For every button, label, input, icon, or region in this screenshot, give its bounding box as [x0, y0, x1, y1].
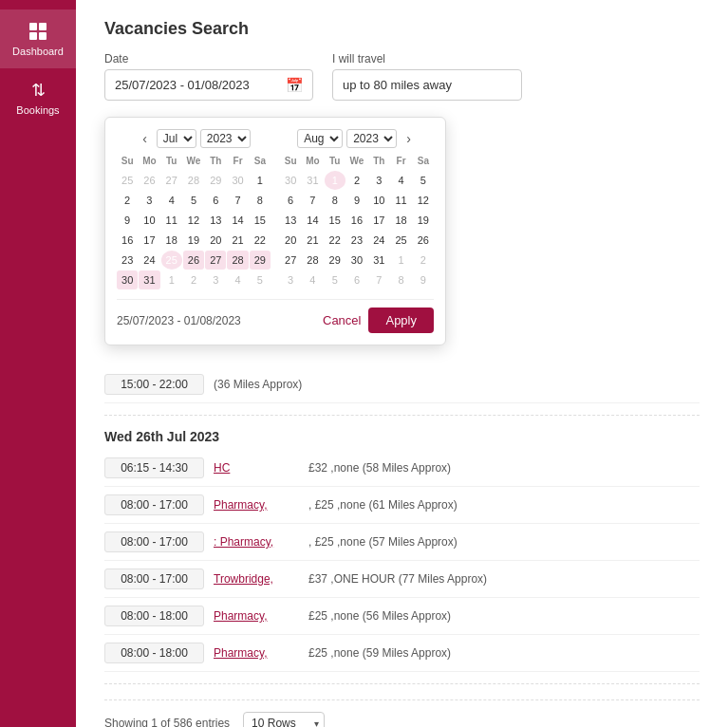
vacancy-org-link[interactable]: Trowbridge,: [214, 572, 299, 586]
vacancy-org-link[interactable]: Pharmacy,: [214, 646, 299, 660]
calendar-day[interactable]: 1: [250, 171, 271, 190]
calendar-day[interactable]: 21: [227, 231, 248, 250]
calendar-day[interactable]: 9: [413, 270, 434, 289]
travel-input[interactable]: [332, 69, 522, 101]
calendar-day[interactable]: 5: [183, 191, 204, 210]
cancel-button[interactable]: Cancel: [323, 313, 361, 327]
calendar-day[interactable]: 25: [390, 231, 411, 250]
calendar-day[interactable]: 27: [161, 171, 182, 190]
calendar-day[interactable]: 23: [117, 251, 138, 270]
calendar-day[interactable]: 29: [205, 171, 226, 190]
calendar-day[interactable]: 4: [390, 171, 411, 190]
vacancy-org-link[interactable]: Pharmacy,: [214, 609, 299, 623]
calendar-day[interactable]: 8: [325, 191, 345, 210]
calendar-day[interactable]: 28: [302, 251, 323, 270]
calendar-day[interactable]: 31: [139, 270, 159, 289]
calendar-day[interactable]: 3: [139, 191, 159, 210]
calendar-day[interactable]: 26: [413, 231, 434, 250]
apply-button[interactable]: Apply: [368, 308, 434, 333]
calendar-day[interactable]: 9: [117, 211, 138, 230]
calendar-day[interactable]: 15: [325, 211, 345, 230]
calendar-day[interactable]: 5: [250, 270, 271, 289]
calendar-day[interactable]: 6: [205, 191, 226, 210]
calendar-day[interactable]: 3: [368, 171, 389, 190]
calendar-day[interactable]: 30: [280, 171, 301, 190]
calendar-day[interactable]: 2: [413, 251, 434, 270]
right-month-select[interactable]: Aug: [297, 129, 343, 148]
calendar-day[interactable]: 17: [368, 211, 389, 230]
calendar-day[interactable]: 27: [280, 251, 301, 270]
calendar-day[interactable]: 13: [205, 211, 226, 230]
calendar-day[interactable]: 11: [161, 211, 182, 230]
left-year-select[interactable]: 2023: [200, 129, 251, 148]
calendar-day[interactable]: 5: [413, 171, 434, 190]
calendar-day[interactable]: 30: [227, 171, 248, 190]
calendar-day[interactable]: 23: [346, 231, 367, 250]
calendar-day[interactable]: 6: [280, 191, 301, 210]
calendar-day[interactable]: 11: [390, 191, 411, 210]
calendar-day[interactable]: 3: [205, 270, 226, 289]
calendar-day[interactable]: 7: [227, 191, 248, 210]
calendar-day[interactable]: 31: [368, 251, 389, 270]
calendar-day[interactable]: 17: [139, 231, 159, 250]
calendar-day[interactable]: 6: [346, 270, 367, 289]
calendar-day[interactable]: 15: [250, 211, 271, 230]
calendar-day[interactable]: 4: [227, 270, 248, 289]
calendar-day[interactable]: 31: [302, 171, 323, 190]
calendar-day[interactable]: 28: [183, 171, 204, 190]
calendar-day[interactable]: 3: [280, 270, 301, 289]
calendar-day[interactable]: 29: [325, 251, 345, 270]
calendar-day[interactable]: 26: [183, 251, 204, 270]
vacancy-org-link[interactable]: : Pharmacy,: [214, 535, 299, 549]
calendar-day[interactable]: 2: [183, 270, 204, 289]
calendar-day[interactable]: 25: [117, 171, 138, 190]
vacancy-org-link[interactable]: HC: [214, 461, 299, 475]
calendar-day[interactable]: 12: [183, 211, 204, 230]
calendar-day[interactable]: 7: [302, 191, 323, 210]
calendar-day[interactable]: 19: [183, 231, 204, 250]
calendar-day[interactable]: 1: [390, 251, 411, 270]
calendar-day[interactable]: 26: [139, 171, 159, 190]
calendar-day[interactable]: 12: [413, 191, 434, 210]
prev-month-button[interactable]: ‹: [137, 129, 153, 148]
calendar-day[interactable]: 4: [161, 191, 182, 210]
calendar-day[interactable]: 10: [139, 211, 159, 230]
calendar-day[interactable]: 28: [227, 251, 248, 270]
calendar-day[interactable]: 22: [325, 231, 345, 250]
calendar-day[interactable]: 29: [250, 251, 271, 270]
calendar-day[interactable]: 4: [302, 270, 323, 289]
next-month-button[interactable]: ›: [401, 129, 417, 148]
calendar-day[interactable]: 2: [117, 191, 138, 210]
calendar-day[interactable]: 13: [280, 211, 301, 230]
calendar-day[interactable]: 30: [117, 270, 138, 289]
calendar-day[interactable]: 5: [325, 270, 345, 289]
calendar-day[interactable]: 9: [346, 191, 367, 210]
calendar-day[interactable]: 21: [302, 231, 323, 250]
calendar-day-start[interactable]: 25: [161, 251, 182, 270]
calendar-day[interactable]: 18: [390, 211, 411, 230]
calendar-day[interactable]: 8: [390, 270, 411, 289]
calendar-day[interactable]: 18: [161, 231, 182, 250]
sidebar-item-bookings[interactable]: ⇅ Bookings: [0, 68, 76, 127]
calendar-day[interactable]: 8: [250, 191, 271, 210]
calendar-day[interactable]: 20: [205, 231, 226, 250]
calendar-day[interactable]: 14: [227, 211, 248, 230]
calendar-day[interactable]: 2: [346, 171, 367, 190]
calendar-day[interactable]: 27: [205, 251, 226, 270]
calendar-day[interactable]: 19: [413, 211, 434, 230]
rows-select[interactable]: 10 Rows 25 Rows 50 Rows 100 Rows: [243, 712, 325, 727]
date-input[interactable]: [104, 69, 313, 101]
calendar-day[interactable]: 30: [346, 251, 367, 270]
calendar-day[interactable]: 10: [368, 191, 389, 210]
calendar-day[interactable]: 22: [250, 231, 271, 250]
calendar-day[interactable]: 7: [368, 270, 389, 289]
right-year-select[interactable]: 2023: [346, 129, 397, 148]
calendar-day[interactable]: 24: [139, 251, 159, 270]
calendar-day[interactable]: 16: [117, 231, 138, 250]
calendar-day-end[interactable]: 1: [325, 171, 345, 190]
calendar-day[interactable]: 14: [302, 211, 323, 230]
sidebar-item-dashboard[interactable]: Dashboard: [0, 9, 76, 68]
left-month-select[interactable]: Jul: [157, 129, 196, 148]
calendar-day[interactable]: 20: [280, 231, 301, 250]
vacancy-org-link[interactable]: Pharmacy,: [214, 498, 299, 512]
